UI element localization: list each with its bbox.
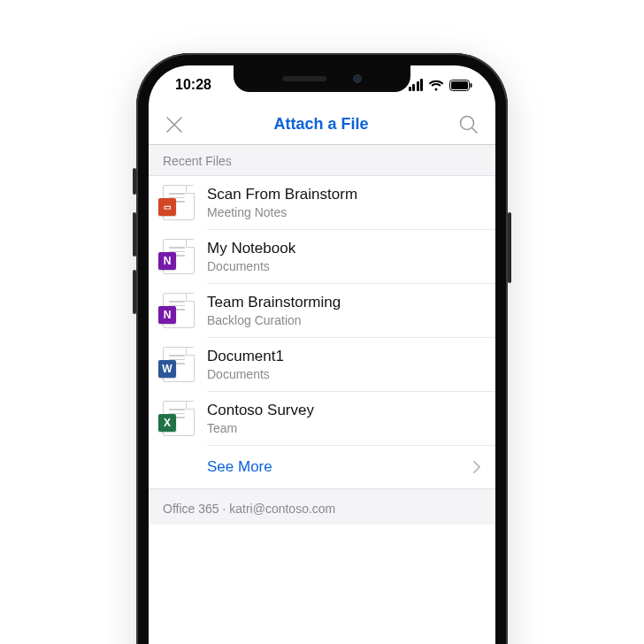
file-subtitle: Meeting Notes <box>207 204 481 220</box>
status-time: 10:28 <box>175 77 211 93</box>
notch <box>234 65 410 92</box>
file-subtitle: Team <box>207 420 481 436</box>
svg-point-3 <box>461 116 474 129</box>
excel-file-icon: X <box>163 401 195 436</box>
cell-signal-icon <box>409 79 424 91</box>
onenote-file-icon: N <box>163 293 195 328</box>
file-title: Scan From Brainstorm <box>207 185 481 203</box>
screen: 10:28 Attach a File Recent Files ▭ <box>149 65 495 644</box>
file-subtitle: Backlog Curation <box>207 312 481 328</box>
wifi-icon <box>428 80 444 91</box>
close-icon <box>165 115 184 134</box>
account-provider: Office 365 <box>163 502 219 516</box>
file-row[interactable]: N Team Brainstorming Backlog Curation <box>149 284 495 337</box>
svg-rect-1 <box>451 81 468 89</box>
nav-title: Attach a File <box>273 115 368 134</box>
chevron-right-icon <box>472 460 481 474</box>
see-more-label: See More <box>207 458 272 476</box>
account-email: katri@contoso.com <box>229 502 335 516</box>
recent-files-header: Recent Files <box>149 145 495 176</box>
search-icon <box>458 114 479 135</box>
account-section-header: Office 365 · katri@contoso.com <box>149 489 495 525</box>
file-row[interactable]: N My Notebook Documents <box>149 230 495 283</box>
phone-frame: 10:28 Attach a File Recent Files ▭ <box>136 53 508 644</box>
file-subtitle: Documents <box>207 258 481 274</box>
file-title: Team Brainstorming <box>207 293 481 311</box>
file-row[interactable]: W Document1 Documents <box>149 338 495 391</box>
file-title: My Notebook <box>207 239 481 257</box>
svg-rect-2 <box>471 83 472 88</box>
battery-icon <box>449 80 472 91</box>
word-file-icon: W <box>163 347 195 382</box>
file-row[interactable]: X Contoso Survey Team <box>149 392 495 445</box>
see-more-button[interactable]: See More <box>149 446 495 489</box>
file-title: Document1 <box>207 347 481 365</box>
file-row[interactable]: ▭ Scan From Brainstorm Meeting Notes <box>149 176 495 229</box>
close-button[interactable] <box>165 115 184 134</box>
file-title: Contoso Survey <box>207 401 481 419</box>
onenote-file-icon: N <box>163 239 195 274</box>
powerpoint-file-icon: ▭ <box>163 185 195 220</box>
nav-bar: Attach a File <box>149 104 495 145</box>
file-subtitle: Documents <box>207 366 481 382</box>
search-button[interactable] <box>458 114 479 135</box>
